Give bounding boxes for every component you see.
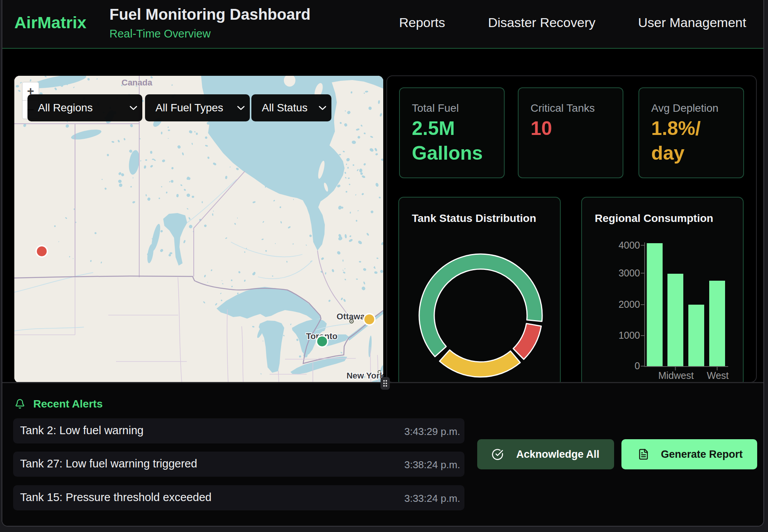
svg-text:0: 0 [635, 360, 640, 371]
svg-text:West: West [707, 370, 729, 381]
svg-text:New York: New York [346, 371, 383, 380]
svg-text:Canada: Canada [121, 78, 152, 87]
svg-text:1000: 1000 [618, 330, 640, 341]
svg-text:2000: 2000 [618, 299, 640, 310]
svg-text:3000: 3000 [618, 268, 640, 278]
svg-text:4000: 4000 [618, 240, 640, 251]
svg-text:Midwest: Midwest [658, 370, 694, 381]
